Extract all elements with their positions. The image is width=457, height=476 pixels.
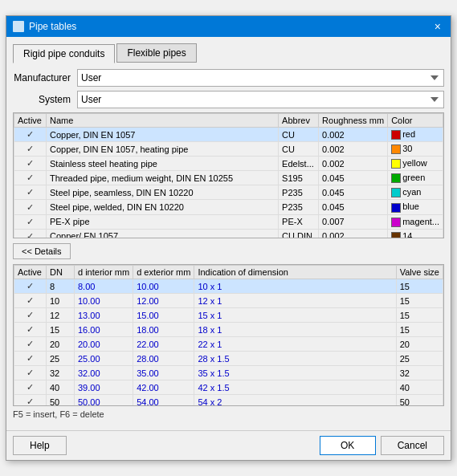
de-cell: 12.00 bbox=[133, 294, 194, 308]
de-cell: 54.00 bbox=[133, 395, 194, 406]
col-header-active: Active bbox=[14, 114, 47, 128]
col-header-name: Name bbox=[47, 114, 279, 128]
indication-cell: 15 x 1 bbox=[194, 308, 396, 323]
lower-col-header-active: Active bbox=[14, 266, 47, 279]
details-button[interactable]: << Details bbox=[13, 243, 71, 259]
lower-table-row[interactable]: ✓ 50 50.00 54.00 54 x 2 50 bbox=[14, 395, 443, 406]
de-cell: 28.00 bbox=[133, 352, 194, 366]
de-cell: 10.00 bbox=[133, 279, 194, 294]
lower-active-cell: ✓ bbox=[14, 308, 47, 323]
manufacturer-row: Manufacturer User bbox=[13, 69, 444, 87]
active-cell: ✓ bbox=[14, 185, 47, 200]
tab-rigid-pipe-conduits[interactable]: Rigid pipe conduits bbox=[13, 44, 115, 63]
active-cell: ✓ bbox=[14, 171, 47, 185]
col-header-abbrev: Abbrev bbox=[279, 114, 319, 128]
di-cell: 20.00 bbox=[75, 337, 133, 352]
title-bar: Pipe tables × bbox=[6, 16, 451, 37]
close-button[interactable]: × bbox=[431, 21, 444, 32]
abbrev-cell: P235 bbox=[279, 185, 319, 200]
color-cell: magent... bbox=[388, 214, 443, 229]
indication-cell: 18 x 1 bbox=[194, 323, 396, 337]
lower-active-cell: ✓ bbox=[14, 294, 47, 308]
help-button[interactable]: Help bbox=[13, 436, 67, 455]
de-cell: 15.00 bbox=[133, 308, 194, 323]
de-cell: 22.00 bbox=[133, 337, 194, 352]
lower-col-header-di: d interior mm bbox=[75, 266, 133, 279]
upper-table-row[interactable]: ✓ Copper, DIN EN 1057 CU 0.002 red bbox=[14, 128, 443, 142]
color-cell: 14 bbox=[388, 229, 443, 238]
di-cell: 8.00 bbox=[75, 279, 133, 294]
active-cell: ✓ bbox=[14, 142, 47, 157]
system-row: System User bbox=[13, 91, 444, 108]
lower-active-cell: ✓ bbox=[14, 337, 47, 352]
lower-table-row[interactable]: ✓ 8 8.00 10.00 10 x 1 15 bbox=[14, 279, 443, 294]
roughness-cell: 0.045 bbox=[319, 185, 388, 200]
abbrev-cell: CU bbox=[279, 142, 319, 157]
lower-table-row[interactable]: ✓ 20 20.00 22.00 22 x 1 20 bbox=[14, 337, 443, 352]
tab-bar: Rigid pipe conduits Flexible pipes bbox=[13, 43, 444, 63]
system-select[interactable]: User bbox=[77, 91, 444, 108]
di-cell: 13.00 bbox=[75, 308, 133, 323]
lower-table-row[interactable]: ✓ 40 39.00 42.00 42 x 1.5 40 bbox=[14, 380, 443, 395]
lower-table-row[interactable]: ✓ 12 13.00 15.00 15 x 1 15 bbox=[14, 308, 443, 323]
dialog-body: Rigid pipe conduits Flexible pipes Manuf… bbox=[6, 37, 451, 430]
dn-cell: 10 bbox=[47, 294, 75, 308]
indication-cell: 22 x 1 bbox=[194, 337, 396, 352]
valve-cell: 40 bbox=[396, 380, 443, 395]
upper-table-row[interactable]: ✓ Copper/ EN 1057 CU DIN 0.002 14 bbox=[14, 229, 443, 238]
name-cell: Steel pipe, seamless, DIN EN 10220 bbox=[47, 185, 279, 200]
upper-table-row[interactable]: ✓ Steel pipe, seamless, DIN EN 10220 P23… bbox=[14, 185, 443, 200]
lower-table-row[interactable]: ✓ 32 32.00 35.00 35 x 1.5 32 bbox=[14, 366, 443, 380]
lower-active-cell: ✓ bbox=[14, 366, 47, 380]
upper-table-row[interactable]: ✓ PE-X pipe PE-X 0.007 magent... bbox=[14, 214, 443, 229]
col-header-color: Color bbox=[388, 114, 443, 128]
lower-table: Active DN d interior mm d exterior mm In… bbox=[14, 265, 443, 405]
upper-table-row[interactable]: ✓ Threaded pipe, medium weight, DIN EN 1… bbox=[14, 171, 443, 185]
roughness-cell: 0.007 bbox=[319, 214, 388, 229]
name-cell: Stainless steel heating pipe bbox=[47, 157, 279, 171]
lower-table-container: Active DN d interior mm d exterior mm In… bbox=[13, 264, 444, 406]
roughness-cell: 0.002 bbox=[319, 142, 388, 157]
abbrev-cell: P235 bbox=[279, 200, 319, 214]
color-cell: cyan bbox=[388, 185, 443, 200]
keyboard-hint: F5 = insert, F6 = delete bbox=[13, 409, 444, 419]
manufacturer-select[interactable]: User bbox=[77, 69, 444, 87]
roughness-cell: 0.002 bbox=[319, 229, 388, 238]
upper-table-row[interactable]: ✓ Steel pipe, welded, DIN EN 10220 P235 … bbox=[14, 200, 443, 214]
upper-table-row[interactable]: ✓ Stainless steel heating pipe Edelst...… bbox=[14, 157, 443, 171]
lower-col-header-dn: DN bbox=[47, 266, 75, 279]
roughness-cell: 0.002 bbox=[319, 157, 388, 171]
de-cell: 35.00 bbox=[133, 366, 194, 380]
di-cell: 16.00 bbox=[75, 323, 133, 337]
lower-table-wrapper[interactable]: Active DN d interior mm d exterior mm In… bbox=[14, 265, 443, 405]
dn-cell: 50 bbox=[47, 395, 75, 406]
upper-table-wrapper[interactable]: Active Name Abbrev Roughness mm Color ✓ … bbox=[14, 113, 443, 238]
di-cell: 32.00 bbox=[75, 366, 133, 380]
valve-cell: 32 bbox=[396, 366, 443, 380]
lower-active-cell: ✓ bbox=[14, 380, 47, 395]
color-cell: red bbox=[388, 128, 443, 142]
valve-cell: 15 bbox=[396, 279, 443, 294]
valve-cell: 15 bbox=[396, 323, 443, 337]
name-cell: Steel pipe, welded, DIN EN 10220 bbox=[47, 200, 279, 214]
valve-cell: 15 bbox=[396, 308, 443, 323]
lower-active-cell: ✓ bbox=[14, 395, 47, 406]
cancel-button[interactable]: Cancel bbox=[381, 436, 444, 455]
indication-cell: 10 x 1 bbox=[194, 279, 396, 294]
lower-table-row[interactable]: ✓ 15 16.00 18.00 18 x 1 15 bbox=[14, 323, 443, 337]
dialog-icon bbox=[13, 21, 24, 32]
lower-table-row[interactable]: ✓ 10 10.00 12.00 12 x 1 15 bbox=[14, 294, 443, 308]
roughness-cell: 0.002 bbox=[319, 128, 388, 142]
tab-flexible-pipes[interactable]: Flexible pipes bbox=[116, 43, 196, 63]
name-cell: Copper/ EN 1057 bbox=[47, 229, 279, 238]
ok-button[interactable]: OK bbox=[320, 436, 376, 455]
upper-table-row[interactable]: ✓ Copper, DIN EN 1057, heating pipe CU 0… bbox=[14, 142, 443, 157]
dialog-title: Pipe tables bbox=[29, 21, 76, 32]
name-cell: Copper, DIN EN 1057 bbox=[47, 128, 279, 142]
lower-table-row[interactable]: ✓ 25 25.00 28.00 28 x 1.5 25 bbox=[14, 352, 443, 366]
abbrev-cell: Edelst... bbox=[279, 157, 319, 171]
color-cell: green bbox=[388, 171, 443, 185]
name-cell: Copper, DIN EN 1057, heating pipe bbox=[47, 142, 279, 157]
indication-cell: 42 x 1.5 bbox=[194, 380, 396, 395]
lower-active-cell: ✓ bbox=[14, 323, 47, 337]
